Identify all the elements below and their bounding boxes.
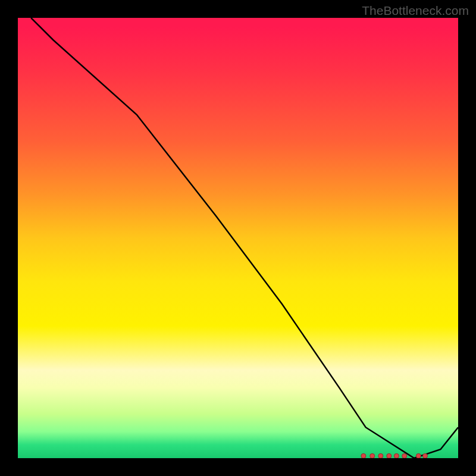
watermark-text: TheBottleneck.com bbox=[362, 4, 469, 18]
chart-container: TheBottleneck.com bbox=[0, 0, 476, 476]
plot-area bbox=[18, 18, 458, 458]
background-gradient bbox=[18, 18, 458, 458]
